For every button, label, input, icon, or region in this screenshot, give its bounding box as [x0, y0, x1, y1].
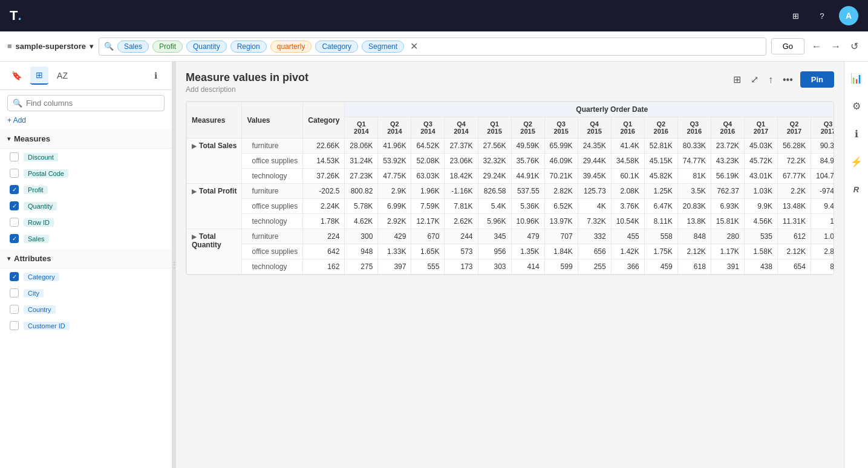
table-cell: 11.31K	[777, 214, 811, 229]
avatar-btn[interactable]: A	[839, 6, 858, 25]
gear-sidebar-icon[interactable]: ⚙	[847, 97, 866, 115]
list-item[interactable]: Customer ID	[0, 317, 172, 334]
main-layout: 🔖 ⊞ AZ ℹ 🔍 + Add ▾ Measures Discount Pos…	[0, 62, 868, 468]
table-cell: 29.44K	[578, 154, 611, 169]
q3-2017-header: Q32017	[811, 117, 834, 138]
discount-checkbox[interactable]	[10, 152, 19, 161]
more-icon-btn[interactable]: •••	[780, 72, 795, 88]
country-checkbox[interactable]	[10, 305, 19, 314]
list-item[interactable]: Country	[0, 301, 172, 317]
expand-icon-btn[interactable]: ⤢	[748, 71, 761, 88]
help-icon-btn[interactable]: ?	[812, 6, 832, 25]
pivot-table: Measures Values Category Quarterly Order…	[186, 102, 834, 275]
pivot-table-wrapper: Measures Values Category Quarterly Order…	[186, 101, 834, 275]
table-row: office supplies 6429481.33K1.65K 5739561…	[187, 244, 835, 259]
table-cell: 1.58K	[744, 244, 777, 259]
total-quantity-label: ▶TotalQuantity	[187, 229, 242, 275]
q1-2017-header: Q12017	[744, 117, 777, 138]
content-description[interactable]: Add description	[186, 85, 308, 94]
clear-search-button[interactable]: ✕	[408, 41, 420, 52]
header-actions: ⊞ ⤢ ↑ ••• Pin	[731, 71, 834, 88]
list-item[interactable]: ✓ Category	[0, 268, 172, 285]
table-cell: 2.2K	[777, 184, 811, 199]
table-cell: 9.4...	[811, 199, 834, 214]
category-checkbox[interactable]: ✓	[10, 272, 19, 281]
profit-checkbox[interactable]: ✓	[10, 185, 19, 194]
measures-section-header[interactable]: ▾ Measures	[0, 129, 172, 149]
refresh-button[interactable]: ↺	[848, 38, 861, 54]
tag-quarterly[interactable]: quarterly	[270, 41, 312, 53]
table-cell: 1.42K	[611, 244, 644, 259]
top-nav: T. ⊞ ? A	[0, 0, 868, 31]
table-cell: 35.76K	[511, 154, 544, 169]
table-cell: 72.2K	[777, 154, 811, 169]
panel-tab-info[interactable]: ℹ	[146, 67, 165, 85]
share-icon-btn[interactable]: ↑	[766, 72, 775, 88]
search-input-area[interactable]: 🔍 Sales Profit Quantity Region quarterly…	[99, 37, 766, 56]
attributes-label: Attributes	[14, 254, 51, 263]
table-cell: 555	[411, 259, 445, 275]
table-cell: 52.81K	[644, 138, 677, 154]
tag-profit[interactable]: Profit	[152, 41, 183, 53]
table-cell: 1...	[811, 214, 834, 229]
postal-code-tag: Postal Code	[24, 169, 68, 178]
panel-tab-grid[interactable]: ⊞	[30, 67, 48, 85]
tag-segment[interactable]: Segment	[362, 41, 404, 53]
list-item[interactable]: Postal Code	[0, 165, 172, 181]
attributes-chevron-icon: ▾	[7, 255, 10, 262]
q2-2014-header: Q22014	[378, 117, 411, 138]
table-cell: 12.17K	[411, 214, 445, 229]
back-arrow-button[interactable]: ←	[809, 39, 824, 54]
tag-region[interactable]: Region	[230, 41, 267, 53]
q1-2016-header: Q12016	[611, 117, 644, 138]
q4-2015-header: Q42015	[578, 117, 611, 138]
go-button[interactable]: Go	[771, 38, 804, 54]
panel-tab-az[interactable]: AZ	[53, 67, 71, 85]
grid-icon-btn[interactable]: ⊞	[786, 6, 805, 25]
row-id-checkbox[interactable]	[10, 218, 19, 227]
panel-tab-bookmark[interactable]: 🔖	[7, 67, 25, 85]
app-logo: T.	[10, 8, 22, 24]
add-button[interactable]: + Add	[7, 116, 165, 125]
quantity-checkbox[interactable]: ✓	[10, 201, 19, 210]
quarterly-order-date-header: Quarterly Order Date	[345, 102, 834, 117]
discount-tag: Discount	[24, 153, 58, 161]
list-item[interactable]: Row ID	[0, 214, 172, 230]
forward-arrow-button[interactable]: →	[829, 39, 843, 54]
sales-checkbox[interactable]: ✓	[10, 234, 19, 243]
r-sidebar-icon[interactable]: R	[847, 180, 866, 198]
customer-id-checkbox[interactable]	[10, 321, 19, 330]
tag-category[interactable]: Category	[315, 41, 358, 53]
table-cell: 5.78K	[345, 199, 378, 214]
attributes-section-header[interactable]: ▾ Attributes	[0, 249, 172, 268]
list-item[interactable]: ✓ Profit	[0, 181, 172, 198]
table-cell: 280	[711, 229, 744, 244]
quantity-tag: Quantity	[24, 202, 57, 210]
q2-2017-header: Q22017	[777, 117, 811, 138]
find-columns-field[interactable]: 🔍	[7, 95, 165, 111]
table-cell: 4.62K	[345, 214, 378, 229]
table-cell: 104.7...	[811, 169, 834, 184]
info-sidebar-icon[interactable]: ℹ	[847, 125, 866, 143]
datasource-selector[interactable]: ≡ sample-superstore ▾	[7, 42, 94, 51]
city-checkbox[interactable]	[10, 288, 19, 297]
tag-sales[interactable]: Sales	[117, 41, 149, 53]
pin-button[interactable]: Pin	[800, 71, 834, 88]
list-item[interactable]: ✓ Sales	[0, 230, 172, 247]
list-item[interactable]: City	[0, 285, 172, 301]
table-cell: 84.9...	[811, 154, 834, 169]
list-item[interactable]: Discount	[0, 149, 172, 165]
find-columns-input[interactable]	[26, 99, 159, 108]
chart-sidebar-icon[interactable]: 📊	[847, 69, 866, 87]
bolt-sidebar-icon[interactable]: ⚡	[847, 152, 866, 171]
table-cell: 848	[677, 229, 711, 244]
city-tag: City	[24, 289, 44, 297]
tag-quantity[interactable]: Quantity	[186, 41, 227, 53]
table-icon-btn[interactable]: ⊞	[731, 71, 743, 88]
postal-code-checkbox[interactable]	[10, 169, 19, 178]
table-cell: 429	[378, 229, 411, 244]
table-cell: 56.19K	[711, 169, 744, 184]
table-cell: 4K	[578, 199, 611, 214]
list-item[interactable]: ✓ Quantity	[0, 198, 172, 214]
datasource-name: sample-superstore	[16, 42, 86, 51]
